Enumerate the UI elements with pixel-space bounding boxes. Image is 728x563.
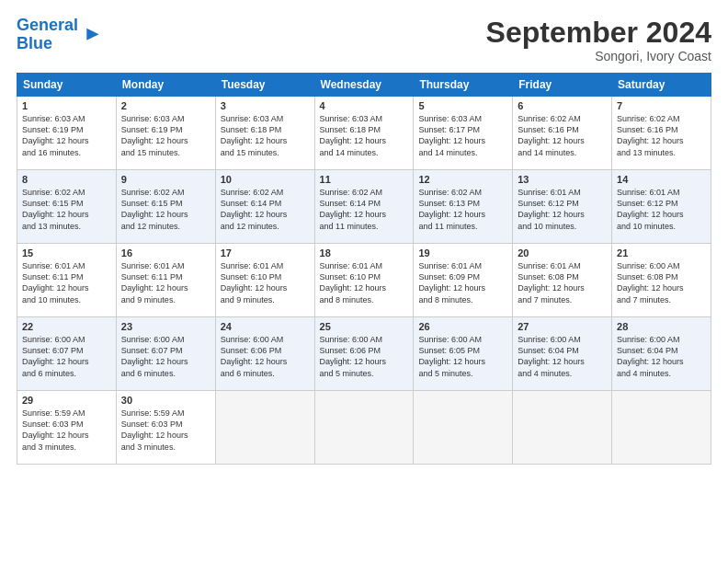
- col-header-saturday: Saturday: [612, 74, 711, 97]
- calendar-cell: 25Sunrise: 6:00 AM Sunset: 6:06 PM Dayli…: [314, 317, 414, 391]
- day-number: 9: [121, 174, 210, 185]
- day-info: Sunrise: 6:00 AM Sunset: 6:05 PM Dayligh…: [418, 334, 507, 379]
- day-info: Sunrise: 6:03 AM Sunset: 6:18 PM Dayligh…: [320, 113, 409, 158]
- day-number: 23: [121, 321, 210, 332]
- day-info: Sunrise: 6:01 AM Sunset: 6:08 PM Dayligh…: [518, 260, 607, 305]
- day-info: Sunrise: 6:00 AM Sunset: 6:06 PM Dayligh…: [320, 334, 409, 379]
- day-number: 17: [221, 247, 310, 259]
- calendar-cell: 27Sunrise: 6:00 AM Sunset: 6:04 PM Dayli…: [513, 317, 612, 391]
- day-info: Sunrise: 6:02 AM Sunset: 6:15 PM Dayligh…: [22, 187, 111, 232]
- calendar-cell: 14Sunrise: 6:01 AM Sunset: 6:12 PM Dayli…: [612, 170, 711, 244]
- calendar-cell: 19Sunrise: 6:01 AM Sunset: 6:09 PM Dayli…: [414, 244, 513, 317]
- calendar-cell: 2Sunrise: 6:03 AM Sunset: 6:19 PM Daylig…: [116, 97, 215, 170]
- calendar-cell: 15Sunrise: 6:01 AM Sunset: 6:11 PM Dayli…: [17, 244, 117, 317]
- day-number: 8: [22, 174, 111, 185]
- calendar-cell: 10Sunrise: 6:02 AM Sunset: 6:14 PM Dayli…: [215, 170, 314, 244]
- calendar-cell: 16Sunrise: 6:01 AM Sunset: 6:11 PM Dayli…: [116, 244, 215, 317]
- day-info: Sunrise: 6:02 AM Sunset: 6:16 PM Dayligh…: [518, 113, 607, 158]
- calendar-cell: 24Sunrise: 6:00 AM Sunset: 6:06 PM Dayli…: [215, 317, 314, 391]
- day-number: 19: [418, 247, 507, 259]
- calendar-cell: 1Sunrise: 6:03 AM Sunset: 6:19 PM Daylig…: [17, 97, 117, 170]
- day-info: Sunrise: 6:01 AM Sunset: 6:12 PM Dayligh…: [617, 187, 706, 232]
- day-number: 27: [518, 321, 607, 332]
- day-info: Sunrise: 6:00 AM Sunset: 6:04 PM Dayligh…: [518, 334, 607, 379]
- day-number: 5: [418, 100, 507, 111]
- calendar-cell: [513, 391, 612, 465]
- day-number: 12: [418, 174, 507, 185]
- day-info: Sunrise: 6:01 AM Sunset: 6:09 PM Dayligh…: [418, 260, 507, 305]
- day-info: Sunrise: 6:00 AM Sunset: 6:06 PM Dayligh…: [221, 334, 310, 379]
- calendar-cell: 4Sunrise: 6:03 AM Sunset: 6:18 PM Daylig…: [314, 97, 414, 170]
- calendar-cell: 22Sunrise: 6:00 AM Sunset: 6:07 PM Dayli…: [17, 317, 117, 391]
- calendar-week-1: 1Sunrise: 6:03 AM Sunset: 6:19 PM Daylig…: [17, 97, 711, 170]
- col-header-sunday: Sunday: [17, 74, 117, 97]
- calendar-cell: [414, 391, 513, 465]
- day-info: Sunrise: 5:59 AM Sunset: 6:03 PM Dayligh…: [121, 408, 210, 453]
- day-number: 25: [320, 321, 409, 332]
- calendar-cell: 3Sunrise: 6:03 AM Sunset: 6:18 PM Daylig…: [215, 97, 314, 170]
- calendar-cell: 7Sunrise: 6:02 AM Sunset: 6:16 PM Daylig…: [612, 97, 711, 170]
- day-number: 4: [320, 100, 409, 111]
- month-title: September 2024: [486, 17, 711, 49]
- col-header-thursday: Thursday: [414, 74, 513, 97]
- svg-marker-0: [86, 28, 98, 40]
- day-number: 15: [22, 247, 111, 259]
- day-info: Sunrise: 6:00 AM Sunset: 6:08 PM Dayligh…: [617, 260, 706, 305]
- calendar-cell: [215, 391, 314, 465]
- day-info: Sunrise: 6:02 AM Sunset: 6:14 PM Dayligh…: [221, 187, 310, 232]
- col-header-monday: Monday: [116, 74, 215, 97]
- calendar-cell: 26Sunrise: 6:00 AM Sunset: 6:05 PM Dayli…: [414, 317, 513, 391]
- day-number: 10: [221, 174, 310, 185]
- calendar-cell: 18Sunrise: 6:01 AM Sunset: 6:10 PM Dayli…: [314, 244, 414, 317]
- day-number: 30: [121, 395, 210, 406]
- calendar-cell: 5Sunrise: 6:03 AM Sunset: 6:17 PM Daylig…: [414, 97, 513, 170]
- day-info: Sunrise: 6:02 AM Sunset: 6:15 PM Dayligh…: [121, 187, 210, 232]
- day-number: 20: [518, 247, 607, 259]
- calendar-week-2: 8Sunrise: 6:02 AM Sunset: 6:15 PM Daylig…: [17, 170, 711, 244]
- logo-text: GeneralBlue: [17, 17, 78, 53]
- header: GeneralBlue September 2024 Songori, Ivor…: [17, 17, 711, 63]
- subtitle: Songori, Ivory Coast: [486, 49, 711, 63]
- day-info: Sunrise: 6:02 AM Sunset: 6:14 PM Dayligh…: [320, 187, 409, 232]
- day-number: 28: [617, 321, 706, 332]
- calendar-cell: 13Sunrise: 6:01 AM Sunset: 6:12 PM Dayli…: [513, 170, 612, 244]
- day-number: 11: [320, 174, 409, 185]
- day-number: 29: [22, 395, 111, 406]
- day-number: 1: [22, 100, 111, 111]
- day-info: Sunrise: 6:02 AM Sunset: 6:16 PM Dayligh…: [617, 113, 706, 158]
- logo: GeneralBlue: [17, 17, 100, 53]
- day-info: Sunrise: 6:01 AM Sunset: 6:10 PM Dayligh…: [320, 260, 409, 305]
- calendar-week-3: 15Sunrise: 6:01 AM Sunset: 6:11 PM Dayli…: [17, 244, 711, 317]
- calendar-cell: 8Sunrise: 6:02 AM Sunset: 6:15 PM Daylig…: [17, 170, 117, 244]
- day-number: 22: [22, 321, 111, 332]
- day-number: 24: [221, 321, 310, 332]
- day-number: 26: [418, 321, 507, 332]
- day-info: Sunrise: 6:00 AM Sunset: 6:07 PM Dayligh…: [121, 334, 210, 379]
- calendar-cell: 29Sunrise: 5:59 AM Sunset: 6:03 PM Dayli…: [17, 391, 117, 465]
- day-info: Sunrise: 6:01 AM Sunset: 6:11 PM Dayligh…: [121, 260, 210, 305]
- day-number: 14: [617, 174, 706, 185]
- day-number: 13: [518, 174, 607, 185]
- calendar: SundayMondayTuesdayWednesdayThursdayFrid…: [17, 73, 711, 465]
- day-number: 6: [518, 100, 607, 111]
- calendar-cell: 11Sunrise: 6:02 AM Sunset: 6:14 PM Dayli…: [314, 170, 414, 244]
- day-info: Sunrise: 6:01 AM Sunset: 6:10 PM Dayligh…: [221, 260, 310, 305]
- day-info: Sunrise: 6:03 AM Sunset: 6:19 PM Dayligh…: [22, 113, 111, 158]
- day-number: 21: [617, 247, 706, 259]
- col-header-friday: Friday: [513, 74, 612, 97]
- col-header-wednesday: Wednesday: [314, 74, 414, 97]
- calendar-cell: 20Sunrise: 6:01 AM Sunset: 6:08 PM Dayli…: [513, 244, 612, 317]
- day-number: 7: [617, 100, 706, 111]
- day-info: Sunrise: 6:01 AM Sunset: 6:12 PM Dayligh…: [518, 187, 607, 232]
- calendar-cell: 12Sunrise: 6:02 AM Sunset: 6:13 PM Dayli…: [414, 170, 513, 244]
- day-number: 2: [121, 100, 210, 111]
- calendar-week-4: 22Sunrise: 6:00 AM Sunset: 6:07 PM Dayli…: [17, 317, 711, 391]
- calendar-cell: 6Sunrise: 6:02 AM Sunset: 6:16 PM Daylig…: [513, 97, 612, 170]
- day-info: Sunrise: 6:01 AM Sunset: 6:11 PM Dayligh…: [22, 260, 111, 305]
- col-header-tuesday: Tuesday: [215, 74, 314, 97]
- calendar-cell: 17Sunrise: 6:01 AM Sunset: 6:10 PM Dayli…: [215, 244, 314, 317]
- calendar-cell: 28Sunrise: 6:00 AM Sunset: 6:04 PM Dayli…: [612, 317, 711, 391]
- page: GeneralBlue September 2024 Songori, Ivor…: [0, 0, 728, 563]
- day-info: Sunrise: 6:02 AM Sunset: 6:13 PM Dayligh…: [418, 187, 507, 232]
- day-info: Sunrise: 6:03 AM Sunset: 6:19 PM Dayligh…: [121, 113, 210, 158]
